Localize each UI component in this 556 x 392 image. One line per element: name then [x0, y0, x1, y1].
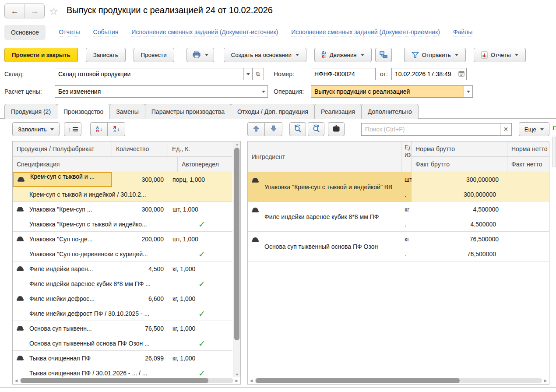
tab-production[interactable]: Производство	[57, 104, 110, 119]
forward-button[interactable]: →	[25, 4, 44, 18]
post-and-close-button[interactable]: Провести и закрыть	[4, 48, 78, 62]
cooking-button[interactable]	[328, 122, 345, 136]
product-name[interactable]: Филе индейки варен...	[29, 261, 111, 276]
scroll-right-icon[interactable]: ▶	[233, 378, 240, 383]
table-row[interactable]: Филе индейки варен... 4,500 кг, 1,000 Фи…	[13, 261, 232, 291]
col-unit[interactable]: Ед. изм.	[401, 141, 412, 172]
tab-production-params[interactable]: Параметры производства	[145, 104, 231, 119]
section-reports[interactable]: Отчеты	[59, 28, 80, 36]
col-autoperedel[interactable]: Автопередел	[178, 157, 232, 172]
ingredient-name[interactable]: Основа суп тыквенный основа ПФ Озон	[264, 232, 398, 261]
search-input[interactable]	[361, 123, 500, 136]
write-button[interactable]: Записать	[86, 48, 126, 62]
price-calc-field[interactable]: Без изменения	[55, 85, 268, 98]
ingredient-unit[interactable]: шт.	[401, 172, 412, 202]
table-row[interactable]: Упаковка "Крем-суп с тыквой и индейкой" …	[248, 172, 549, 202]
create-based-on-button[interactable]: Создать на основании	[224, 48, 306, 62]
price-calc-dropdown-icon[interactable]	[259, 86, 267, 97]
product-name[interactable]: Упаковка "Суп по-де...	[29, 232, 111, 247]
number-field[interactable]: НФНФ-000024	[311, 68, 376, 80]
move-up-button[interactable]	[247, 122, 265, 136]
print-button[interactable]	[187, 48, 214, 62]
sort-desc-button[interactable]: ЯА ↓	[108, 122, 125, 136]
product-spec[interactable]: Упаковка "Суп по-деревенски с курицей...	[29, 247, 174, 261]
section-events[interactable]: События	[93, 28, 119, 36]
col-product[interactable]: Продукция / Полуфабрикат	[13, 141, 112, 157]
set-order-button[interactable]: ↑	[64, 122, 81, 136]
collapse-search-button[interactable]	[289, 122, 306, 136]
product-qty[interactable]: 200,000	[112, 232, 168, 247]
reports-button[interactable]: Отчеты	[474, 48, 526, 62]
table-row[interactable]: Тыква очищенная ПФ 26,099 кг, 1,000 Тыкв…	[13, 351, 232, 381]
product-qty[interactable]: 76,500	[112, 321, 168, 336]
tab-waste[interactable]: Отходы / Доп. продукция	[231, 104, 315, 119]
product-qty[interactable]: 4,500	[112, 261, 168, 276]
sort-asc-button[interactable]: АЯ ↓	[90, 122, 108, 136]
structure-button[interactable]	[375, 48, 392, 62]
ingredient-unit[interactable]: кг.	[401, 202, 412, 232]
table-row[interactable]: Основа суп тыквенн... 76,500 кг, 1,000 О…	[13, 321, 232, 351]
move-down-button[interactable]	[265, 122, 282, 136]
scrollbar-thumb[interactable]	[256, 378, 460, 383]
favorite-star-icon[interactable]: ☆	[49, 5, 59, 18]
fill-button[interactable]: Заполнить	[12, 122, 60, 136]
product-qty[interactable]: 300,000	[112, 172, 168, 187]
ingredient-name[interactable]: Филе индейки вареное кубик 8*8 мм ПФ	[264, 202, 398, 232]
scroll-left-icon[interactable]: ◀	[13, 378, 20, 383]
ingredient-name[interactable]: Упаковка "Крем-суп с тыквой и индейкой" …	[264, 172, 398, 202]
fact-gross-value[interactable]: 300,000000	[412, 187, 507, 202]
focused-cell[interactable]: Крем-суп с тыквой и ...	[13, 172, 112, 187]
product-unit[interactable]: шт, 1,000	[168, 232, 232, 247]
horizontal-scrollbar[interactable]: ◀ ▶	[13, 377, 240, 384]
panel-splitter[interactable]	[551, 121, 551, 384]
scroll-right-icon[interactable]: ▶	[542, 378, 549, 383]
scrollbar-thumb[interactable]	[234, 148, 239, 340]
product-name[interactable]: Филе инейки дефрос...	[29, 291, 111, 306]
calendar-button[interactable]	[456, 68, 466, 80]
section-files[interactable]: Файлы	[453, 28, 472, 36]
more-button[interactable]: Еще	[519, 122, 549, 136]
fact-gross-value[interactable]: 4,500000	[412, 217, 507, 232]
product-qty[interactable]: 300,000	[112, 202, 168, 217]
tab-realization[interactable]: Реализация	[314, 104, 362, 119]
col-fact-gross[interactable]: Факт брутто	[412, 157, 507, 172]
send-button[interactable]: Отправить	[404, 48, 466, 62]
tab-products[interactable]: Продукция (2)	[4, 104, 57, 119]
table-row[interactable]: Упаковка "Суп по-де... 200,000 шт, 1,000…	[13, 232, 232, 261]
operation-dropdown-icon[interactable]	[464, 86, 472, 97]
product-name[interactable]: Упаковка "Крем-суп ...	[29, 202, 111, 217]
product-unit[interactable]: кг, 1,000	[168, 351, 232, 366]
product-name[interactable]: Тыква очищенная ПФ	[29, 351, 111, 366]
vertical-scrollbar[interactable]: ▲ ▼	[233, 141, 240, 377]
product-unit[interactable]: порц, 1,000	[168, 172, 232, 187]
scroll-up-icon[interactable]: ▲	[233, 141, 241, 147]
product-spec[interactable]: Крем-суп с тыквой и индейкой / 30.10.2..…	[29, 187, 174, 202]
product-spec[interactable]: Упаковка "Крем-суп с тыквой и индейко...	[29, 217, 174, 232]
product-qty[interactable]: 6,600	[112, 291, 168, 306]
expand-search-button[interactable]	[308, 122, 324, 136]
scroll-down-icon[interactable]: ▼	[233, 372, 241, 377]
product-spec[interactable]: Филе инейки дефрост ПФ / 30.10.2025 - ..…	[29, 306, 174, 321]
norm-gross-value[interactable]: 300,000000	[412, 172, 507, 187]
movements-button[interactable]: ДтКт Движения	[314, 48, 372, 62]
table-row[interactable]: Основа суп тыквенный основа ПФ Озон кг. …	[248, 232, 549, 261]
table-row[interactable]: Филе индейки вареное кубик 8*8 мм ПФ кг.…	[248, 202, 549, 232]
operation-field[interactable]: Выпуск продукции с реализацией	[311, 85, 473, 98]
col-quantity[interactable]: Количество	[112, 141, 168, 157]
product-unit[interactable]: шт, 1,000	[168, 202, 232, 217]
section-main[interactable]: Основное	[4, 25, 46, 40]
section-shift-tasks-receiver[interactable]: Исполнение сменных заданий (Документ-при…	[291, 28, 440, 36]
post-button[interactable]: Провести	[134, 48, 174, 62]
horizontal-scrollbar[interactable]: ◀ ▶	[248, 377, 549, 384]
search-clear-button[interactable]: ✕	[500, 123, 512, 136]
product-unit[interactable]: кг, 1,000	[168, 291, 232, 306]
tab-replacements[interactable]: Замены	[109, 104, 145, 119]
col-fact-net[interactable]: Факт нетто	[507, 157, 549, 172]
norm-gross-value[interactable]: 76,500000	[412, 232, 507, 247]
tab-additional[interactable]: Дополнительно	[361, 104, 419, 119]
back-button[interactable]: ←	[5, 4, 25, 18]
scroll-left-icon[interactable]: ◀	[248, 378, 255, 383]
col-unit[interactable]: Ед., К.	[168, 141, 232, 157]
col-ingredient[interactable]: Ингредиент	[248, 141, 401, 172]
section-shift-tasks-source[interactable]: Исполнение сменных заданий (Документ-ист…	[131, 28, 278, 36]
